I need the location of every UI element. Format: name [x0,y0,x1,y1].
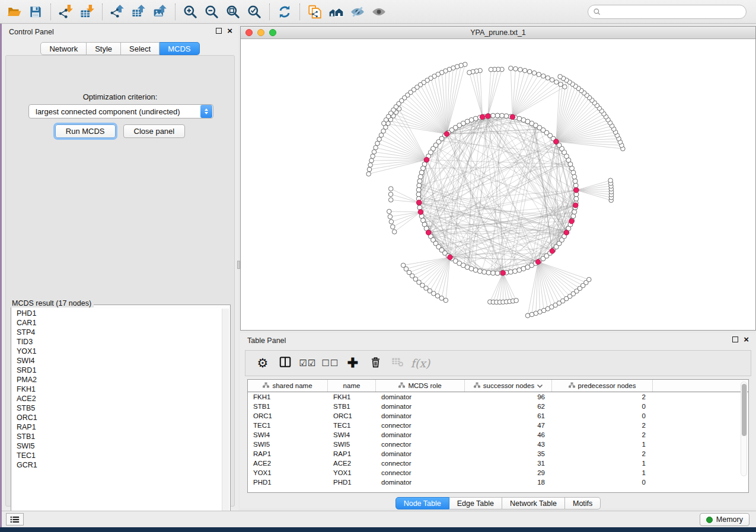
cell-predecessor-nodes[interactable]: 1 [552,440,653,449]
mcds-result-item[interactable]: PMA2 [12,375,223,384]
cell-shared-name[interactable]: SWI5 [248,440,328,449]
toolbar-button-import-table[interactable] [76,2,98,21]
mcds-result-item[interactable]: TEC1 [12,451,223,460]
toolbar-button-open-folder[interactable] [4,2,25,21]
toolbar-button-zoom-fit[interactable] [222,2,244,21]
cell-name[interactable]: FKH1 [328,392,376,402]
window-minimize-icon[interactable] [257,29,264,36]
table-row[interactable]: SWI5SWI5connector431 [248,440,748,449]
cell-MCDS-role[interactable]: dominator [376,449,465,459]
toolbar-button-export-table[interactable] [128,2,149,21]
cell-MCDS-role[interactable]: connector [376,468,465,477]
mcds-result-item[interactable]: SRD1 [12,366,223,375]
cell-successor-nodes[interactable]: 61 [465,411,552,421]
mcds-result-item[interactable]: SWI5 [12,441,223,451]
table-toolbar-button-deselect-all[interactable]: ☐☐ [320,353,340,373]
toolbar-button-zoom-out[interactable] [201,2,222,21]
cell-successor-nodes[interactable]: 47 [465,421,552,430]
tab-mcds[interactable]: MCDS [160,42,199,55]
cell-MCDS-role[interactable]: connector [376,440,465,449]
cell-successor-nodes[interactable]: 43 [465,440,552,449]
table-row[interactable]: FKH1FKH1dominator962 [248,392,748,402]
cell-MCDS-role[interactable]: connector [376,421,465,430]
toolbar-button-share-document[interactable] [304,2,326,21]
toolbar-button-zoom-in[interactable] [180,2,201,21]
cell-predecessor-nodes[interactable]: 0 [552,402,653,411]
mcds-result-item[interactable]: STB1 [12,432,223,441]
tab-network-table[interactable]: Network Table [502,497,565,509]
mcds-result-item[interactable]: SWI4 [12,356,223,366]
toolbar-button-eye[interactable] [368,2,390,21]
tab-motifs[interactable]: Motifs [565,497,601,509]
toolbar-button-import-network[interactable] [55,2,76,21]
cell-predecessor-nodes[interactable]: 2 [552,421,653,430]
table-toolbar-button-split-columns[interactable] [275,353,295,373]
table-toolbar-button-add-column[interactable]: ✚ [343,353,363,373]
tab-node-table[interactable]: Node Table [395,497,449,509]
cell-predecessor-nodes[interactable]: 0 [552,477,653,487]
toolbar-button-zoom-selected[interactable] [244,2,265,21]
cell-predecessor-nodes[interactable]: 2 [552,430,653,440]
cell-MCDS-role[interactable]: connector [376,459,465,468]
mcds-result-item[interactable]: STP4 [12,328,223,337]
mcds-result-item[interactable]: STB5 [12,403,223,413]
cell-shared-name[interactable]: TEC1 [248,421,328,430]
mcds-result-list[interactable]: PHD1CAR1STP4TID3YOX1SWI4SRD1PMA2FKH1ACE2… [12,309,223,520]
table-toolbar-button-select-all[interactable]: ☑☑ [298,353,318,373]
table-row[interactable]: SWI4SWI4dominator462 [248,430,748,440]
optimization-select[interactable]: largest connected component (undirected) [28,104,213,118]
cell-name[interactable]: YOX1 [328,468,376,477]
cell-name[interactable]: SWI5 [328,440,376,449]
table-scrollbar-thumb[interactable] [742,384,747,436]
mcds-result-item[interactable]: RAP1 [12,422,223,432]
cell-successor-nodes[interactable]: 18 [465,477,552,487]
cell-predecessor-nodes[interactable]: 1 [552,459,653,468]
cell-name[interactable]: SWI4 [328,430,376,440]
column-header-MCDS-role[interactable]: MCDS role [376,380,465,392]
cell-shared-name[interactable]: SWI4 [248,430,328,440]
run-mcds-button[interactable]: Run MCDS [55,124,116,138]
mcds-result-item[interactable]: ORC1 [12,413,223,422]
task-history-button[interactable] [6,513,24,525]
tab-select[interactable]: Select [121,42,160,55]
column-header-successor-nodes[interactable]: successor nodes [465,380,552,392]
mcds-result-item[interactable]: ACE2 [12,394,223,403]
table-row[interactable]: STB1STB1dominator620 [248,402,748,411]
mcds-result-item[interactable]: TID3 [12,337,223,347]
column-header-predecessor-nodes[interactable]: predecessor nodes [552,380,653,392]
mcds-result-scrollbar[interactable] [222,309,229,520]
toolbar-button-export-image[interactable] [149,2,171,21]
close-panel-icon[interactable]: × [227,28,232,34]
table-row[interactable]: ORC1ORC1dominator610 [248,411,748,421]
cell-MCDS-role[interactable]: dominator [376,392,465,402]
toolbar-button-export-network[interactable] [107,2,128,21]
cell-successor-nodes[interactable]: 29 [465,468,552,477]
cell-successor-nodes[interactable]: 35 [465,449,552,459]
cell-MCDS-role[interactable]: dominator [376,402,465,411]
table-toolbar-button-gear[interactable]: ⚙ [253,353,273,373]
tab-network[interactable]: Network [40,42,87,55]
column-header-shared-name[interactable]: shared name [248,380,328,392]
cell-MCDS-role[interactable]: dominator [376,477,465,487]
search-input[interactable] [604,8,746,16]
cell-successor-nodes[interactable]: 46 [465,430,552,440]
cell-predecessor-nodes[interactable]: 0 [552,411,653,421]
cell-predecessor-nodes[interactable]: 2 [552,392,653,402]
table-row[interactable]: PHD1PHD1dominator180 [248,477,748,487]
window-close-icon[interactable] [245,29,253,36]
cell-shared-name[interactable]: YOX1 [248,468,328,477]
cell-name[interactable]: TEC1 [328,421,376,430]
toolbar-button-eye-slash[interactable] [347,2,368,21]
mcds-result-item[interactable]: FKH1 [12,384,223,394]
memory-button[interactable]: Memory [700,513,749,526]
float-table-panel-icon[interactable] [732,336,738,342]
cell-successor-nodes[interactable]: 62 [465,402,552,411]
network-canvas[interactable] [241,39,755,330]
window-maximize-icon[interactable] [269,29,276,36]
tab-edge-table[interactable]: Edge Table [449,497,502,509]
table-row[interactable]: YOX1YOX1connector291 [248,468,748,477]
toolbar-button-double-home[interactable] [326,2,347,21]
cell-name[interactable]: STB1 [328,402,376,411]
cell-name[interactable]: RAP1 [328,449,376,459]
network-window-titlebar[interactable]: YPA_prune.txt_1 [241,27,755,39]
